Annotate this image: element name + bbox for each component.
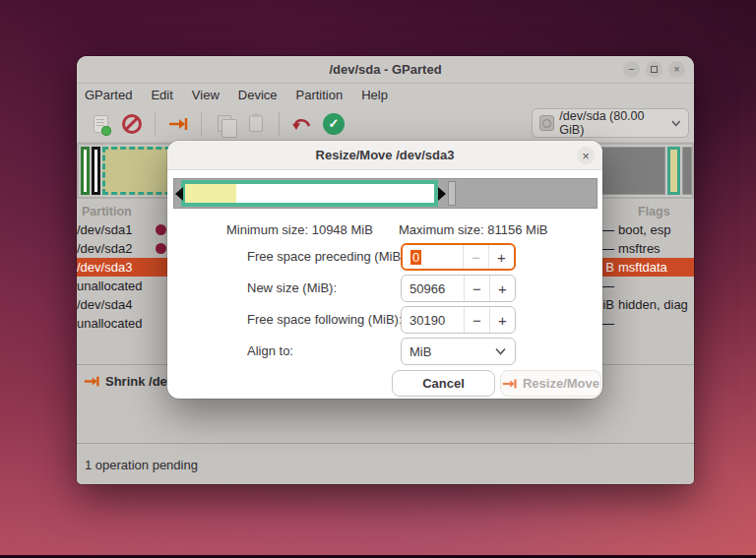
maximize-button[interactable] [646,61,662,78]
spinner-value[interactable]: 0 [410,250,421,265]
copy-button[interactable] [212,111,237,137]
dialog-close-button[interactable]: × [577,147,595,164]
resize-move-dialog: Resize/Move /dev/sda3 × Minimum size: 10… [167,141,602,399]
toolbar: ✓ /dev/sda (80.00 GiB) [77,105,694,143]
device-selector-value: /dev/sda (80.00 GiB) [559,109,666,137]
delete-partition-button[interactable] [119,111,145,137]
status-text: 1 operation pending [85,458,198,472]
mounted-keys-icon [156,243,166,254]
window-controls: − × [623,61,685,78]
maximize-icon [651,66,658,73]
diskbar-segment-sda4[interactable] [667,147,680,195]
device-selector[interactable]: /dev/sda (80.00 GiB) [532,108,689,138]
minus-icon: − [472,249,480,266]
increment-button[interactable]: + [489,276,515,301]
slider-used-space [185,184,236,203]
paste-icon [249,115,263,132]
close-button[interactable]: × [668,61,685,78]
decrement-button[interactable]: − [464,307,489,333]
diskbar-segment-sda1[interactable] [81,147,90,195]
chevron-down-icon [495,347,506,355]
status-bar: 1 operation pending [77,443,694,484]
plus-icon: + [497,249,506,266]
menu-bar: GParted Edit View Device Partition Help [77,84,694,105]
toolbar-separator [201,112,202,136]
diskbar-segment-unallocated[interactable] [682,147,692,195]
menu-device[interactable]: Device [238,88,278,102]
minimize-button[interactable]: − [623,61,640,78]
diskbar-segment-unallocated[interactable] [593,147,665,195]
apply-button[interactable]: ✓ [321,111,346,137]
copy-icon [218,115,231,132]
close-icon: × [673,64,679,75]
slider-left-handle-icon[interactable] [175,187,183,201]
spinner-value[interactable]: 50966 [410,281,445,296]
toolbar-separator [279,112,280,136]
new-partition-button[interactable] [88,111,113,137]
resize-move-icon [502,378,517,390]
window-title: /dev/sda - GParted [77,56,694,84]
increment-button[interactable]: + [489,307,515,333]
undo-icon [291,116,313,132]
resize-slider[interactable] [173,178,598,209]
resize-move-icon [168,116,188,132]
plus-icon: + [498,312,507,329]
free-space-following-label: Free space following (MiB): [247,306,403,334]
free-space-preceding-label: Free space preceding (MiB): [247,243,409,271]
form-row: Free space preceding (MiB): 0 − + [167,243,602,271]
apply-icon: ✓ [323,113,345,135]
free-space-preceding-spinner[interactable]: 0 − + [401,243,516,271]
menu-edit[interactable]: Edit [151,88,172,102]
dropdown-value: MiB [410,344,431,359]
form-row: New size (MiB): 50966 − + [167,275,602,302]
form-row: Free space following (MiB): 30190 − + [167,306,602,334]
dialog-titlebar[interactable]: Resize/Move /dev/sda3 × [167,141,602,170]
resize-move-icon [84,375,99,388]
form-row: Align to: MiB [167,338,602,365]
titlebar[interactable]: /dev/sda - GParted − × [77,56,694,84]
column-header-partition: Partition [82,205,132,218]
menu-view[interactable]: View [192,88,220,102]
menu-gparted[interactable]: GParted [85,88,132,102]
undo-button[interactable] [289,111,315,137]
slider-grip[interactable] [448,181,456,206]
new-partition-icon [94,115,108,133]
align-to-dropdown[interactable]: MiB [401,338,516,365]
cancel-button[interactable]: Cancel [392,370,495,397]
delete-icon [122,114,142,134]
resize-move-confirm-button[interactable]: Resize/Move [500,370,601,397]
decrement-button[interactable]: − [463,245,488,269]
increment-button[interactable]: + [488,245,514,269]
plus-icon: + [498,280,507,297]
spinner-value[interactable]: 30190 [410,313,445,328]
minimum-size-label: Minimum size: 10948 MiB [226,222,373,237]
diskbar-segment-sda2[interactable] [92,147,100,195]
slider-partition-area[interactable] [181,180,438,207]
minimize-icon: − [628,64,634,75]
dialog-title: Resize/Move /dev/sda3 [167,141,602,170]
align-to-label: Align to: [247,338,293,365]
resize-move-button[interactable] [165,111,191,137]
menu-partition[interactable]: Partition [296,88,344,102]
minus-icon: − [472,312,481,329]
close-icon: × [582,150,590,162]
new-size-label: New size (MiB): [247,275,337,302]
new-size-spinner[interactable]: 50966 − + [401,275,516,302]
drive-icon [539,115,554,131]
chevron-down-icon [671,120,681,127]
maximum-size-label: Maximum size: 81156 MiB [399,222,547,237]
minus-icon: − [472,280,481,297]
free-space-following-spinner[interactable]: 30190 − + [401,306,516,334]
decrement-button[interactable]: − [464,276,489,301]
slider-right-handle-icon[interactable] [438,187,446,201]
toolbar-separator [155,112,156,136]
menu-help[interactable]: Help [361,88,388,102]
mounted-keys-icon [156,224,166,235]
column-header-flags: Flags [638,205,670,218]
paste-button[interactable] [243,111,269,137]
